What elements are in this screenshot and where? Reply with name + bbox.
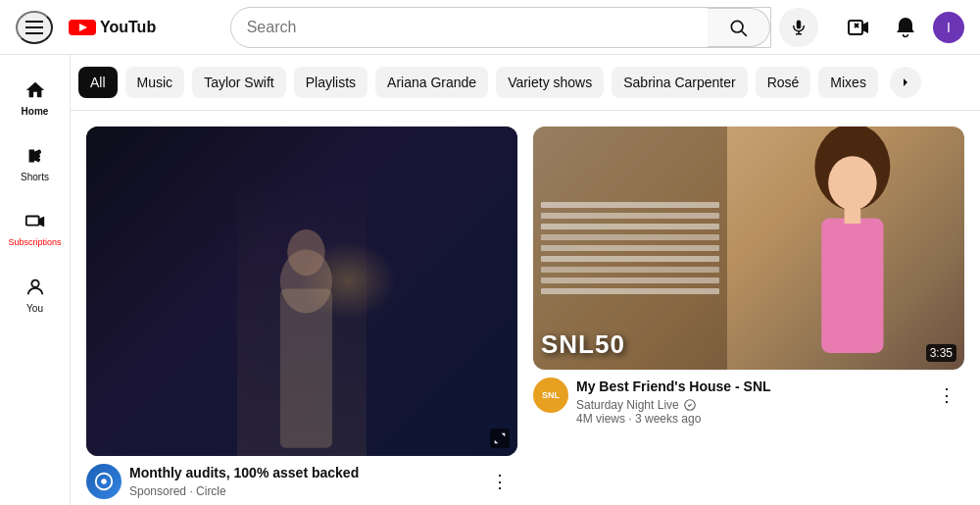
snl-stats: 4M views · 3 weeks ago: [576, 412, 921, 426]
avatar[interactable]: I: [933, 12, 964, 43]
sidebar-item-shorts[interactable]: Shorts: [0, 132, 70, 194]
sidebar: Home Shorts Subscriptions: [0, 55, 71, 505]
video-grid: Monthly audits, 100% asset backed Sponso…: [71, 111, 980, 472]
chip-ariana-grande[interactable]: Ariana Grande: [375, 67, 488, 98]
sidebar-item-home[interactable]: Home: [0, 67, 70, 128]
mic-button[interactable]: [779, 8, 818, 47]
svg-point-21: [828, 156, 877, 210]
sidebar-label-shorts: Shorts: [21, 172, 49, 182]
chip-all[interactable]: All: [78, 67, 118, 98]
youtube-logo[interactable]: YouTube: [69, 18, 157, 37]
video-card-snl[interactable]: SNL50 3:35 SNL My Best Friend's House - …: [533, 126, 964, 456]
notifications-button[interactable]: [886, 8, 925, 47]
filter-bar: All Music Taylor Swift Playlists Ariana …: [71, 55, 980, 111]
header-left: YouTube: [16, 11, 212, 44]
chip-sabrina-carpenter[interactable]: Sabrina Carpenter: [612, 67, 747, 98]
snl-meta: My Best Friend's House - SNL Saturday Ni…: [576, 378, 921, 427]
chip-taylor-swift[interactable]: Taylor Swift: [192, 67, 286, 98]
sidebar-label-home: Home: [22, 106, 49, 117]
snl-video-info: SNL My Best Friend's House - SNL Saturda…: [533, 370, 964, 427]
chip-music[interactable]: Music: [125, 67, 185, 98]
svg-rect-12: [25, 217, 38, 226]
chip-playlists[interactable]: Playlists: [294, 67, 368, 98]
svg-point-16: [287, 229, 324, 276]
expand-icon: [490, 429, 510, 448]
verified-icon: [683, 398, 697, 412]
search-bar: [230, 7, 771, 48]
svg-rect-23: [845, 208, 861, 225]
search-input[interactable]: [231, 8, 708, 47]
ad-sponsored: Sponsored · Circle: [129, 484, 474, 498]
you-icon: [24, 276, 46, 299]
subscriptions-icon: [24, 210, 46, 233]
filter-next-button[interactable]: [890, 67, 921, 98]
shorts-icon: [24, 144, 46, 168]
sidebar-label-you: You: [26, 303, 43, 314]
duration-badge: 3:35: [926, 344, 956, 362]
search-container: [230, 7, 818, 48]
main-layout: Home Shorts Subscriptions: [0, 55, 980, 505]
sidebar-item-you[interactable]: You: [0, 264, 70, 326]
snl-title: My Best Friend's House - SNL: [576, 378, 921, 397]
svg-rect-22: [821, 219, 883, 354]
channel-icon-snl: SNL: [533, 378, 568, 413]
snl-thumbnail: SNL50 3:35: [533, 126, 964, 370]
sidebar-item-subscriptions[interactable]: Subscriptions: [0, 198, 70, 260]
home-icon: [24, 78, 46, 102]
chip-rose[interactable]: Rosé: [756, 67, 811, 98]
ad-meta: Monthly audits, 100% asset backed Sponso…: [129, 464, 474, 499]
channel-icon-circle: [86, 464, 122, 499]
ad-video-info: Monthly audits, 100% asset backed Sponso…: [86, 456, 517, 499]
youtube-logo-icon: YouTube: [69, 18, 157, 37]
svg-rect-5: [796, 20, 801, 28]
content-area: All Music Taylor Swift Playlists Ariana …: [71, 55, 980, 505]
chip-mixes[interactable]: Mixes: [818, 67, 878, 98]
svg-point-14: [31, 279, 38, 286]
svg-text:YouTube: YouTube: [100, 19, 157, 35]
create-button[interactable]: [839, 8, 878, 47]
svg-line-4: [742, 30, 747, 35]
header-right: I: [839, 8, 964, 47]
snl-more-button[interactable]: ⋮: [929, 378, 964, 413]
svg-point-19: [101, 479, 107, 484]
header: YouTube: [0, 0, 980, 55]
ad-more-button[interactable]: ⋮: [482, 464, 517, 499]
video-card-ad[interactable]: Monthly audits, 100% asset backed Sponso…: [86, 126, 517, 456]
ad-thumbnail: [86, 126, 517, 456]
ad-title: Monthly audits, 100% asset backed: [129, 464, 474, 483]
search-button[interactable]: [708, 8, 770, 47]
sidebar-label-subscriptions: Subscriptions: [8, 237, 61, 248]
hamburger-button[interactable]: [16, 11, 53, 44]
svg-rect-17: [280, 289, 332, 448]
snl-channel: Saturday Night Live: [576, 398, 921, 412]
chip-variety-shows[interactable]: Variety shows: [496, 67, 604, 98]
